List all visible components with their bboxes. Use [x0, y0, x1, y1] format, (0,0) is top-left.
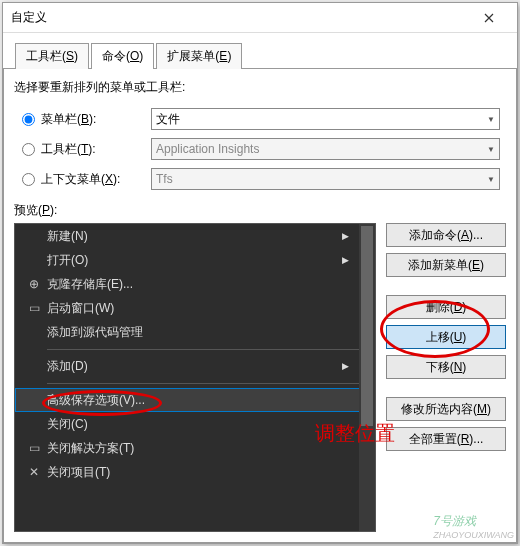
- menu-preview-list[interactable]: 新建(N)▶打开(O)▶⊕克隆存储库(E)...▭启动窗口(W)添加到源代码管理…: [14, 223, 376, 532]
- radio-toolbar-label: 工具栏(T):: [41, 141, 151, 158]
- radio-toolbar-row: 工具栏(T): Application Insights ▼: [14, 138, 506, 160]
- menu-item-icon: ⊕: [21, 277, 47, 291]
- menu-item-label: 打开(O): [47, 252, 342, 269]
- move-down-button[interactable]: 下移(N): [386, 355, 506, 379]
- scrollbar-thumb[interactable]: [361, 226, 373, 426]
- menu-item-icon: ▭: [21, 441, 47, 455]
- menu-separator: [15, 344, 375, 354]
- toolbar-dropdown[interactable]: Application Insights ▼: [151, 138, 500, 160]
- menu-separator: [15, 378, 375, 388]
- chevron-down-icon: ▼: [487, 175, 495, 184]
- reset-all-button[interactable]: 全部重置(R)...: [386, 427, 506, 451]
- menu-item-icon: ✕: [21, 465, 47, 479]
- action-buttons: 添加命令(A)... 添加新菜单(E) 删除(D) 上移(U) 下移(N) 修改…: [386, 223, 506, 532]
- context-dropdown[interactable]: Tfs ▼: [151, 168, 500, 190]
- menu-item-label: 高级保存选项(V)...: [47, 392, 369, 409]
- instruction-text: 选择要重新排列的菜单或工具栏:: [14, 79, 506, 96]
- tab-bar: 工具栏(S) 命令(O) 扩展菜单(E): [15, 43, 517, 69]
- scrollbar-vertical[interactable]: [359, 224, 375, 531]
- radio-context[interactable]: [22, 173, 35, 186]
- menu-item[interactable]: ⊕克隆存储库(E)...: [15, 272, 375, 296]
- panel-body: 选择要重新排列的菜单或工具栏: 菜单栏(B): 文件 ▼ 工具栏(T): App…: [3, 68, 517, 543]
- customize-dialog: 自定义 工具栏(S) 命令(O) 扩展菜单(E) 选择要重新排列的菜单或工具栏:…: [2, 2, 518, 544]
- submenu-arrow-icon: ▶: [342, 255, 349, 265]
- radio-menubar-row: 菜单栏(B): 文件 ▼: [14, 108, 506, 130]
- delete-button[interactable]: 删除(D): [386, 295, 506, 319]
- add-command-button[interactable]: 添加命令(A)...: [386, 223, 506, 247]
- submenu-arrow-icon: ▶: [342, 361, 349, 371]
- menu-item-label: 启动窗口(W): [47, 300, 369, 317]
- dialog-title: 自定义: [11, 9, 469, 26]
- chevron-down-icon: ▼: [487, 115, 495, 124]
- menu-item[interactable]: 高级保存选项(V)...: [15, 388, 375, 412]
- menu-item-label: 新建(N): [47, 228, 342, 245]
- menu-item[interactable]: 打开(O)▶: [15, 248, 375, 272]
- menu-item-label: 关闭项目(T): [47, 464, 369, 481]
- menu-item-label: 克隆存储库(E)...: [47, 276, 369, 293]
- menu-item[interactable]: ▭启动窗口(W): [15, 296, 375, 320]
- submenu-arrow-icon: ▶: [342, 231, 349, 241]
- menu-item[interactable]: 添加(D)▶: [15, 354, 375, 378]
- move-up-button[interactable]: 上移(U): [386, 325, 506, 349]
- radio-context-label: 上下文菜单(X):: [41, 171, 151, 188]
- menu-item[interactable]: ✕关闭项目(T): [15, 460, 375, 484]
- radio-menubar[interactable]: [22, 113, 35, 126]
- titlebar: 自定义: [3, 3, 517, 33]
- modify-selection-button[interactable]: 修改所选内容(M): [386, 397, 506, 421]
- radio-toolbar[interactable]: [22, 143, 35, 156]
- close-icon: [484, 13, 494, 23]
- annotation-text: 调整位置: [315, 420, 395, 447]
- chevron-down-icon: ▼: [487, 145, 495, 154]
- add-new-menu-button[interactable]: 添加新菜单(E): [386, 253, 506, 277]
- close-button[interactable]: [469, 4, 509, 32]
- preview-area: 新建(N)▶打开(O)▶⊕克隆存储库(E)...▭启动窗口(W)添加到源代码管理…: [14, 223, 506, 532]
- menu-item-label: 添加到源代码管理: [47, 324, 369, 341]
- radio-menubar-label: 菜单栏(B):: [41, 111, 151, 128]
- tab-toolbar[interactable]: 工具栏(S): [15, 43, 89, 69]
- radio-context-row: 上下文菜单(X): Tfs ▼: [14, 168, 506, 190]
- menu-item-label: 添加(D): [47, 358, 342, 375]
- menu-item[interactable]: 添加到源代码管理: [15, 320, 375, 344]
- tab-commands[interactable]: 命令(O): [91, 43, 154, 69]
- tab-extensions[interactable]: 扩展菜单(E): [156, 43, 242, 69]
- menubar-dropdown[interactable]: 文件 ▼: [151, 108, 500, 130]
- menu-item[interactable]: 新建(N)▶: [15, 224, 375, 248]
- preview-label: 预览(P):: [14, 202, 506, 219]
- menu-item-icon: ▭: [21, 301, 47, 315]
